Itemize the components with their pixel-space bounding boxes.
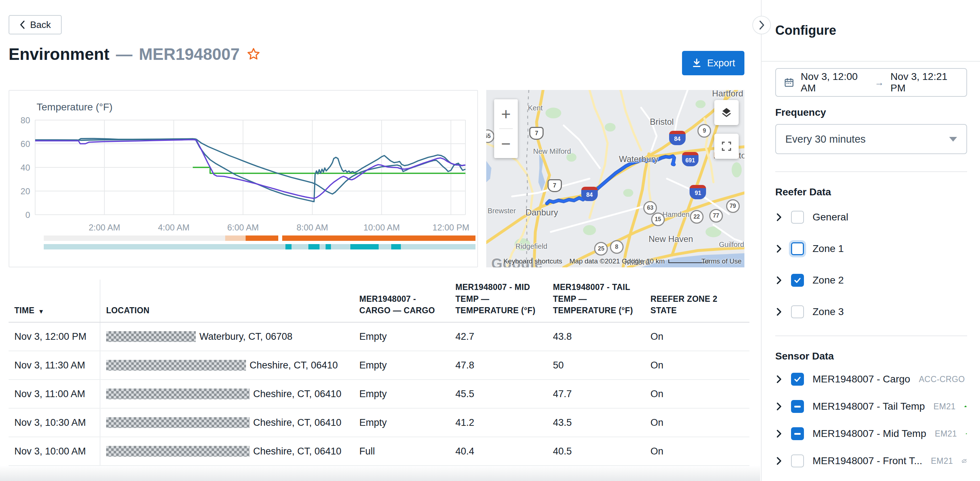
- expand-chevron-icon[interactable]: [775, 244, 783, 253]
- checkbox-unchecked[interactable]: [791, 211, 804, 224]
- location-value: Cheshire, CT, 06410: [253, 389, 341, 400]
- location-value: Waterbury, CT, 06708: [199, 331, 293, 342]
- redacted-address: [106, 360, 246, 371]
- chevron-right-icon: [759, 20, 765, 30]
- temperature-chart[interactable]: 0204060802:00 AM4:00 AM6:00 AM8:00 AM10:…: [18, 114, 470, 235]
- reefer-item-zone-2: Zone 2: [775, 265, 967, 296]
- keyboard-shortcuts-link[interactable]: Keyboard shortcuts: [503, 257, 562, 265]
- map-zoom-out-button[interactable]: −: [494, 129, 518, 158]
- checkbox-checked[interactable]: [791, 373, 804, 386]
- column-header-label: REEFER ZONE 2 STATE: [651, 293, 744, 316]
- svg-text:2:00 AM: 2:00 AM: [89, 222, 120, 232]
- expand-chevron-icon[interactable]: [775, 456, 783, 465]
- map[interactable]: KentNew MilfordBristolHartfordWaterburyM…: [486, 90, 745, 267]
- sensor-item-label: MER1948007 - Mid Temp: [813, 428, 926, 440]
- road-shield-label: 7: [535, 130, 538, 137]
- sensor-type-badge: EM21: [931, 456, 953, 466]
- layers-icon: [721, 106, 733, 119]
- cell-time: Nov 3, 10:00 AM: [9, 437, 100, 465]
- column-header[interactable]: TIME▼: [9, 279, 100, 322]
- checkbox-unchecked[interactable]: [791, 305, 804, 318]
- svg-text:4:00 AM: 4:00 AM: [158, 222, 189, 232]
- back-button[interactable]: Back: [9, 15, 62, 34]
- terms-of-use-link[interactable]: Terms of Use: [702, 257, 741, 265]
- road-shield-9: 9: [697, 124, 711, 138]
- series-2: [35, 140, 465, 198]
- date-range-input[interactable]: Nov 3, 12:00 AM → Nov 3, 12:21 PM: [775, 68, 967, 97]
- road-shield-label: 79: [730, 203, 736, 209]
- svg-text:10:00 AM: 10:00 AM: [363, 222, 399, 232]
- table-row: Nov 3, 10:30 AMCheshire, CT, 06410Empty4…: [9, 409, 749, 437]
- checkbox-unchecked[interactable]: [791, 454, 804, 467]
- svg-text:80: 80: [21, 116, 30, 125]
- sensor-item-label: MER1948007 - Cargo: [813, 373, 910, 385]
- svg-text:12:00 PM: 12:00 PM: [433, 222, 469, 232]
- expand-chevron-icon[interactable]: [775, 375, 783, 384]
- column-header[interactable]: REEFER ZONE 2 STATE: [645, 279, 749, 322]
- map-zoom-in-button[interactable]: +: [494, 99, 518, 128]
- redacted-address: [106, 446, 250, 457]
- table-header-row: TIME▼LOCATIONMER1948007 - CARGO — CARGOM…: [9, 279, 749, 322]
- checkbox-unchecked[interactable]: [791, 242, 804, 255]
- indeterminate-dash: [794, 433, 801, 435]
- expand-chevron-icon[interactable]: [775, 429, 783, 438]
- location-value: Cheshire, CT, 06410: [253, 446, 341, 457]
- road-shield-label: 8: [615, 244, 618, 250]
- cell-time: Nov 3, 11:00 AM: [9, 380, 100, 408]
- environment-page: Back Environment — MER1948007 Export Tem…: [0, 0, 980, 481]
- column-header[interactable]: MER1948007 - TAIL TEMP — TEMPERATURE (°F…: [547, 279, 645, 322]
- column-header[interactable]: MER1948007 - CARGO — CARGO: [353, 279, 450, 322]
- reefer-item-label: Zone 3: [813, 306, 844, 317]
- collapse-panel-button[interactable]: [752, 16, 771, 34]
- map-city-label: New Haven: [649, 234, 693, 244]
- state-segment: [282, 235, 476, 241]
- page-title-text: Environment: [9, 44, 109, 64]
- chart-title: Temperature (°F): [37, 102, 472, 113]
- road-shield-84: 84: [669, 131, 686, 145]
- export-button[interactable]: Export: [682, 51, 745, 75]
- road-shield-label: 22: [694, 214, 700, 220]
- state-segment: [291, 244, 309, 249]
- map-city-label: Ridgefield: [515, 242, 547, 250]
- road-shield-8: 8: [610, 240, 624, 254]
- svg-text:60: 60: [21, 139, 30, 149]
- reefer-item-general: General: [775, 202, 967, 233]
- environment-table: TIME▼LOCATIONMER1948007 - CARGO — CARGOM…: [9, 279, 749, 466]
- state-segment: [44, 244, 285, 249]
- state-segment: [44, 235, 225, 241]
- cloud-offline-icon: [962, 456, 967, 466]
- title-dash: —: [116, 44, 132, 64]
- map-layers-button[interactable]: [714, 100, 739, 125]
- expand-chevron-icon[interactable]: [775, 276, 783, 285]
- expand-chevron-icon[interactable]: [775, 402, 783, 411]
- road-shield-7: 7: [547, 179, 562, 192]
- sensor-item: MER1948007 - Mid TempEM21: [775, 420, 967, 447]
- map-fullscreen-button[interactable]: [714, 134, 739, 159]
- state-segment: [320, 244, 326, 249]
- checkbox-indeterminate[interactable]: [791, 427, 804, 440]
- sensor-type-badge: ACC-CRGO: [919, 375, 964, 384]
- sensor-data-label: Sensor Data: [775, 351, 967, 362]
- cell-reefer-state: On: [645, 351, 749, 379]
- expand-chevron-icon[interactable]: [775, 307, 783, 316]
- cell-time: Nov 3, 10:30 AM: [9, 409, 100, 437]
- page-title: Environment — MER1948007: [9, 44, 261, 64]
- state-segment: [379, 244, 391, 249]
- column-header[interactable]: MER1948007 - MID TEMP — TEMPERATURE (°F): [450, 279, 547, 322]
- column-header-label: MER1948007 - CARGO — CARGO: [359, 293, 444, 316]
- column-header[interactable]: LOCATION: [100, 279, 353, 322]
- reefer-data-label: Reefer Data: [775, 186, 967, 198]
- favorite-star-icon[interactable]: [246, 47, 261, 62]
- map-copyright: Map data ©2021 Google: [570, 257, 644, 265]
- calendar-icon: [784, 77, 794, 88]
- frequency-select[interactable]: Every 30 minutes: [775, 124, 967, 154]
- cell-cargo: Empty: [353, 322, 450, 351]
- road-shield-label: 55: [486, 133, 490, 140]
- cloud-online-icon: [966, 429, 967, 439]
- asset-name: MER1948007: [139, 44, 240, 64]
- checkbox-indeterminate[interactable]: [791, 400, 804, 413]
- time-value: Nov 3, 10:00 AM: [14, 446, 86, 457]
- expand-chevron-icon[interactable]: [775, 213, 783, 222]
- checkbox-checked[interactable]: [791, 274, 804, 287]
- sort-descending-icon: ▼: [38, 308, 44, 316]
